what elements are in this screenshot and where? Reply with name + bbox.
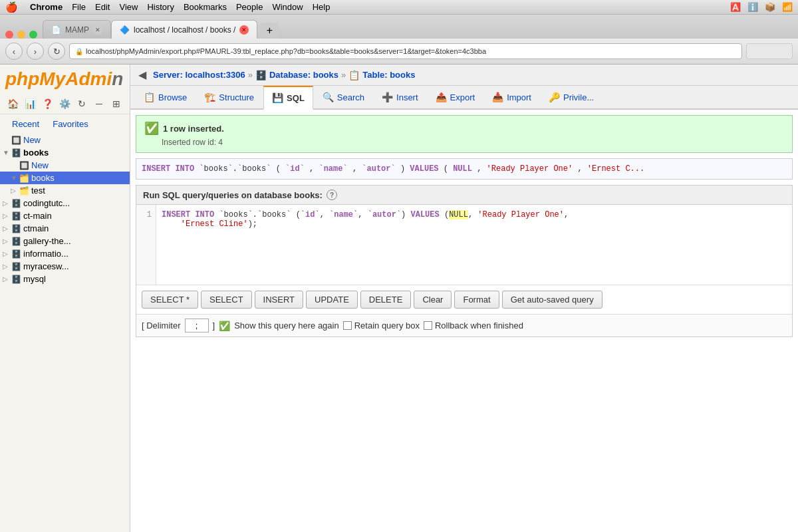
- tab-pma-label: localhost / localhost / books /: [134, 25, 235, 35]
- tree-toggle-mysql: ▷: [3, 275, 9, 283]
- informatio-icon: 🗄️: [11, 249, 21, 259]
- help-menu[interactable]: Help: [313, 2, 331, 12]
- tree-item-mysql[interactable]: ▷ 🗄️ mysql: [0, 273, 130, 285]
- breadcrumb-sep1: »: [248, 70, 253, 80]
- tree-item-ct-main[interactable]: ▷ 🗄️ ct-main: [0, 209, 130, 222]
- tree-item-gallery[interactable]: ▷ 🗄️ gallery-the...: [0, 235, 130, 247]
- home-icon[interactable]: 🏠: [5, 96, 20, 111]
- tab-browse[interactable]: 📋 Browse: [136, 86, 195, 109]
- tab-mamp[interactable]: 📄 MAMP ✕: [43, 20, 111, 39]
- show-query-label[interactable]: Show this query here again: [234, 321, 339, 331]
- tab-mamp-close[interactable]: ✕: [93, 25, 102, 35]
- breadcrumb-back-btn[interactable]: ◀: [138, 68, 146, 81]
- rollback-label[interactable]: Rollback when finished: [424, 321, 523, 331]
- query-help-btn[interactable]: ?: [327, 190, 337, 200]
- books-db-icon: 🗄️: [11, 148, 21, 158]
- delete-btn[interactable]: DELETE: [360, 291, 412, 309]
- tab-privileges[interactable]: 🔑 Privile...: [541, 86, 602, 109]
- tab-phpmyadmin[interactable]: 🔷 localhost / localhost / books / ✕: [111, 20, 257, 39]
- tree-item-myracesw[interactable]: ▷ 🗄️ myracesw...: [0, 260, 130, 273]
- breadcrumb-server[interactable]: Server: localhost:3306: [153, 70, 245, 80]
- window-menu[interactable]: Window: [272, 2, 303, 12]
- tab-insert[interactable]: ➕ Insert: [374, 86, 426, 109]
- tab-search[interactable]: 🔍 Search: [315, 86, 372, 109]
- tree-item-new-root[interactable]: 🔲 New: [0, 134, 130, 146]
- minimize-window-btn[interactable]: [17, 31, 25, 39]
- new-tab-btn[interactable]: +: [260, 23, 279, 39]
- tree-item-test[interactable]: ▷ 🗂️ test: [0, 184, 130, 197]
- people-menu[interactable]: People: [236, 2, 263, 12]
- app-name[interactable]: Chrome: [30, 2, 63, 12]
- lock-icon: 🔒: [75, 48, 83, 55]
- tab-insert-label: Insert: [396, 92, 418, 102]
- query-editor: 1 INSERT INTO `books`.`books` (`id`, `na…: [136, 205, 792, 285]
- tree-label-books-table: books: [31, 173, 55, 183]
- sql-backtick-name: `name`: [319, 164, 347, 174]
- retain-checkbox[interactable]: [343, 321, 352, 330]
- tab-export[interactable]: 📤 Export: [428, 86, 483, 109]
- tab-bar: 📄 MAMP ✕ 🔷 localhost / localhost / books…: [0, 15, 798, 39]
- forward-btn[interactable]: ›: [27, 43, 44, 60]
- select-star-btn[interactable]: SELECT *: [142, 291, 198, 309]
- tree-item-new-books[interactable]: 🔲 New: [0, 159, 130, 172]
- notice-sub: Inserted row id: 4: [144, 138, 784, 147]
- codingtutc-icon: 🗄️: [11, 199, 21, 208]
- breadcrumb-database[interactable]: Database: books: [269, 70, 338, 80]
- select-btn[interactable]: SELECT: [201, 291, 252, 309]
- insert-btn[interactable]: INSERT: [255, 291, 303, 309]
- bookmarks-menu[interactable]: Bookmarks: [184, 2, 227, 12]
- file-menu[interactable]: File: [72, 2, 86, 12]
- settings-icon[interactable]: ⚙️: [57, 96, 72, 111]
- refresh-icon[interactable]: ↻: [74, 96, 89, 111]
- export-icon: 📤: [436, 92, 447, 102]
- tree-item-ctmain[interactable]: ▷ 🗄️ ctmain: [0, 222, 130, 235]
- line-numbers: 1: [136, 205, 156, 285]
- tree-toggle-informatio: ▷: [3, 250, 9, 257]
- apple-menu[interactable]: 🍎: [5, 1, 18, 13]
- tab-import[interactable]: 📥 Import: [484, 86, 539, 109]
- browser-chrome: 📄 MAMP ✕ 🔷 localhost / localhost / books…: [0, 15, 798, 65]
- format-btn[interactable]: Format: [454, 291, 499, 309]
- menubar-right: 🅰️ ℹ️ 📦 📶: [730, 2, 793, 12]
- editor-area[interactable]: INSERT INTO `books`.`books` (`id`, `name…: [156, 205, 792, 285]
- sql-comma1: ,: [309, 164, 319, 174]
- close-window-btn[interactable]: [5, 31, 13, 39]
- reload-btn[interactable]: ↻: [48, 43, 65, 60]
- tree-item-books-table[interactable]: ▼ 🗂️ books: [0, 172, 130, 184]
- tab-sql[interactable]: 💾 SQL: [263, 86, 313, 110]
- main-content: ◀ Server: localhost:3306 » 🗄️ Database: …: [130, 65, 798, 532]
- query-header-text: Run SQL query/queries on database books:: [143, 190, 323, 200]
- tree-item-books-db[interactable]: ▼ 🗄️ books: [0, 146, 130, 159]
- sql-display: INSERT INTO `books`.`books` ( `id` , `na…: [136, 158, 793, 180]
- tree-item-codingtutc[interactable]: ▷ 🗄️ codingtutc...: [0, 197, 130, 209]
- history-menu[interactable]: History: [147, 2, 174, 12]
- get-auto-saved-btn[interactable]: Get auto-saved query: [502, 291, 602, 309]
- address-bar[interactable]: 🔒 localhost/phpMyAdmin/export.php#PMAURL…: [69, 43, 742, 59]
- collapse-icon[interactable]: ─: [92, 96, 106, 111]
- sidebar-sections: Recent Favorites: [0, 114, 130, 134]
- expand-icon[interactable]: ⊞: [109, 96, 124, 111]
- retain-query-label[interactable]: Retain query box: [343, 321, 420, 331]
- tab-structure[interactable]: 🏗️ Structure: [196, 86, 262, 109]
- tab-pma-close[interactable]: ✕: [239, 25, 249, 35]
- tree-item-informatio[interactable]: ▷ 🗄️ informatio...: [0, 247, 130, 260]
- show-query-check-icon: ✅: [219, 321, 230, 331]
- tree-label-mysql: mysql: [23, 274, 46, 284]
- view-menu[interactable]: View: [119, 2, 138, 12]
- edit-menu[interactable]: Edit: [95, 2, 110, 12]
- help-icon[interactable]: ❓: [40, 96, 55, 111]
- clear-btn[interactable]: Clear: [414, 291, 452, 309]
- chart-icon[interactable]: 📊: [23, 96, 37, 111]
- update-btn[interactable]: UPDATE: [306, 291, 358, 309]
- breadcrumb-table[interactable]: Table: books: [362, 70, 415, 80]
- rollback-checkbox[interactable]: [424, 321, 432, 330]
- pma-logo-text: phpMyAdmin: [5, 70, 124, 88]
- rollback-text: Rollback when finished: [435, 321, 523, 331]
- sidebar-icons: 🏠 📊 ❓ ⚙️ ↻ ─ ⊞: [0, 94, 130, 114]
- maximize-window-btn[interactable]: [29, 31, 37, 39]
- sql-icon: 💾: [272, 92, 283, 103]
- delimiter-input[interactable]: [185, 319, 209, 332]
- back-btn[interactable]: ‹: [5, 43, 23, 60]
- favorites-btn[interactable]: Favorites: [46, 117, 94, 131]
- recent-btn[interactable]: Recent: [5, 117, 46, 131]
